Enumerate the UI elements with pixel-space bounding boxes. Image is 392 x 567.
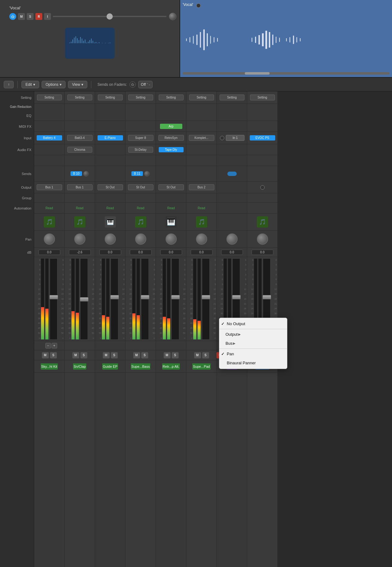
ch7-input-btn[interactable]: In 1 — [226, 135, 244, 141]
menu-item-binaural-panner[interactable]: Binaural Panner — [219, 358, 262, 367]
scrollbar-h[interactable] — [183, 72, 390, 75]
ch8-pan-knob[interactable] — [257, 233, 268, 245]
ch4-instrument-icon[interactable]: 🎵 — [135, 216, 146, 228]
ch4-output-btn[interactable]: St Out — [128, 184, 153, 190]
ch6-solo-btn[interactable]: S — [202, 352, 209, 358]
ch7-fader-handle[interactable] — [232, 295, 241, 299]
ch5-db-input[interactable] — [160, 250, 182, 255]
ch2-input-btn[interactable]: Batt3-4 — [67, 135, 93, 141]
ch5-input-btn[interactable]: RetroSyn — [158, 135, 184, 141]
ch2-pan-knob[interactable] — [74, 233, 85, 245]
ch1-plus-btn[interactable]: + — [52, 343, 57, 348]
ch4-setting-btn[interactable]: Setting — [128, 94, 153, 100]
sends-power-button[interactable]: ⏻ — [130, 81, 136, 88]
ch5-setting-btn[interactable]: Setting — [159, 94, 184, 100]
ch6-setting-btn[interactable]: Setting — [189, 94, 214, 100]
ch2-setting-btn[interactable]: Setting — [67, 94, 92, 100]
pan-knob-top[interactable] — [169, 13, 176, 20]
ch5-solo-btn[interactable]: S — [172, 352, 179, 358]
ch1-fader-handle[interactable] — [49, 295, 58, 299]
ch6-input-btn[interactable]: Komplet... — [189, 135, 214, 141]
ch4-mute-btn[interactable]: M — [133, 352, 140, 358]
ch8-fader-handle[interactable] — [262, 295, 271, 299]
ch5-mute-btn[interactable]: M — [164, 352, 171, 358]
menu-item-bus[interactable]: Bus ▶ — [219, 339, 239, 348]
ch8-db-input[interactable] — [252, 250, 273, 255]
ch3-mute-btn[interactable]: M — [103, 352, 110, 358]
ch4-audiofx-btn[interactable]: St-Delay — [128, 147, 153, 153]
ch6-mute-btn[interactable]: M — [194, 352, 201, 358]
view-button[interactable]: View ▾ — [68, 81, 87, 88]
ch1-automation-btn[interactable]: Read — [43, 206, 56, 210]
input-monitor-button[interactable]: I — [44, 13, 51, 20]
ch3-automation-btn[interactable]: Read — [104, 206, 116, 210]
ch4-sends-btn[interactable]: B 11 — [131, 171, 143, 176]
options-button[interactable]: Options ▾ — [42, 81, 66, 88]
ch3-setting-btn[interactable]: Setting — [98, 94, 123, 100]
ch5-fader-rail[interactable] — [171, 258, 179, 340]
ch3-solo-btn[interactable]: S — [111, 352, 118, 358]
ch6-fader-handle[interactable] — [202, 295, 210, 299]
menu-item-no-output[interactable]: ✓ No Output — [219, 319, 251, 328]
ch1-pan-knob[interactable] — [44, 233, 55, 245]
ch8-input-btn[interactable]: EVOC PS — [250, 135, 275, 141]
ch7-pan-knob[interactable] — [226, 233, 238, 245]
ch4-db-input[interactable] — [130, 250, 152, 255]
ch2-solo-btn[interactable]: S — [80, 352, 87, 358]
ch4-sends-knob[interactable] — [144, 171, 150, 177]
ch5-instrument-icon[interactable]: 🎹 — [166, 216, 177, 228]
record-button[interactable]: R — [35, 13, 42, 20]
menu-item-output[interactable]: Output ▶ — [219, 330, 244, 339]
ch1-fader-rail[interactable] — [50, 258, 57, 340]
ch4-fader-handle[interactable] — [141, 295, 149, 299]
menu-item-pan[interactable]: ✓ Pan — [219, 349, 240, 358]
ch2-audiofx-btn[interactable]: Chroma — [67, 147, 92, 153]
ch1-db-input[interactable] — [39, 250, 60, 255]
ch6-db-input[interactable] — [191, 250, 212, 255]
ch3-output-btn[interactable]: St Out — [98, 184, 123, 190]
ch2-db-input[interactable] — [69, 250, 91, 255]
volume-fader-thumb[interactable] — [107, 13, 113, 20]
ch2-fader-handle[interactable] — [80, 297, 89, 302]
sends-dropdown[interactable]: Off — [138, 81, 153, 88]
ch3-pan-knob[interactable] — [105, 233, 116, 245]
ch5-automation-btn[interactable]: Read — [165, 206, 177, 210]
ch8-setting-btn[interactable]: Setting — [250, 94, 275, 100]
ch3-fader-handle[interactable] — [110, 295, 119, 299]
ch4-input-btn[interactable]: Super 8 — [128, 135, 153, 141]
ch2-instrument-icon[interactable]: 🎵 — [74, 216, 85, 228]
ch5-midifx-btn[interactable]: Arp — [160, 124, 182, 129]
ch1-minus-btn[interactable]: − — [45, 343, 51, 348]
ch3-fader-rail[interactable] — [111, 258, 118, 340]
ch5-fader-handle[interactable] — [171, 295, 180, 299]
ch5-output-btn[interactable]: St Out — [158, 184, 184, 190]
ch7-setting-btn[interactable]: Setting — [220, 94, 244, 100]
ch3-instrument-icon[interactable]: 🎹 — [105, 216, 116, 228]
mute-button[interactable]: M — [18, 13, 25, 20]
ch2-sends-knob[interactable] — [83, 171, 89, 177]
ch1-solo-btn[interactable]: S — [50, 352, 57, 358]
ch6-instrument-icon[interactable]: 🎵 — [196, 216, 207, 228]
up-arrow-button[interactable]: ↑ — [4, 81, 14, 88]
ch2-automation-btn[interactable]: Read — [74, 206, 86, 210]
ch6-fader-rail[interactable] — [202, 258, 210, 340]
ch1-input-btn[interactable]: Battery 4 — [37, 135, 62, 141]
power-button[interactable]: ⏻ — [9, 13, 16, 20]
ch7-db-input[interactable] — [221, 250, 243, 255]
solo-button[interactable]: S — [27, 13, 34, 20]
ch3-db-input[interactable] — [99, 250, 121, 255]
ch3-input-btn[interactable]: E-Piano — [98, 135, 123, 141]
ch2-fader-rail[interactable] — [80, 258, 88, 340]
ch6-pan-knob[interactable] — [196, 233, 207, 245]
ch5-pan-knob[interactable] — [166, 233, 177, 245]
ch1-setting-btn[interactable]: Setting — [37, 94, 62, 100]
ch6-output-btn[interactable]: Bus 2 — [189, 184, 214, 190]
edit-button[interactable]: Edit ▾ — [21, 81, 39, 88]
ch4-fader-rail[interactable] — [141, 258, 149, 340]
ch6-automation-btn[interactable]: Read — [195, 206, 208, 210]
volume-fader-track[interactable] — [53, 16, 166, 17]
ch2-output-btn[interactable]: Bus 1 — [67, 184, 93, 190]
ch8-instrument-icon[interactable]: 🎵 — [257, 216, 268, 228]
ch2-sends-btn[interactable]: B 10 — [71, 171, 82, 176]
ch1-instrument-icon[interactable]: 🎵 — [44, 216, 55, 228]
